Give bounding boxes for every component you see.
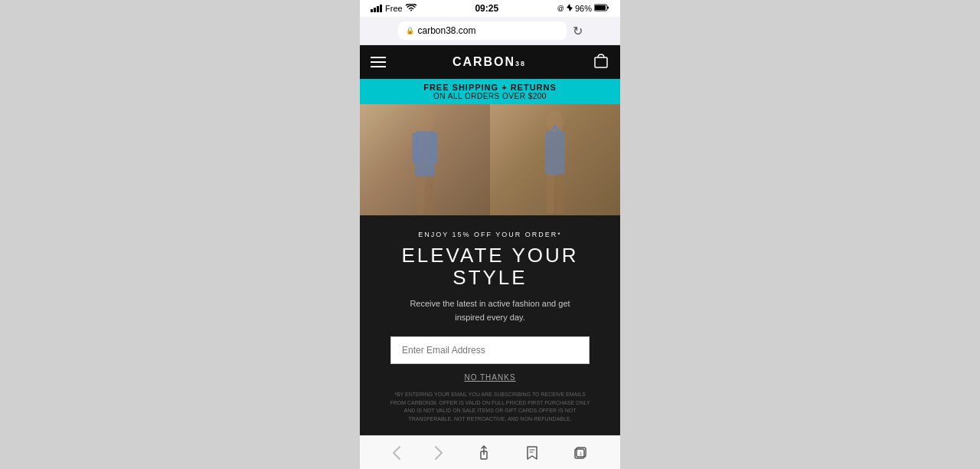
url-text: carbon38.com: [418, 25, 476, 36]
signal-bars-icon: [371, 5, 382, 12]
svg-rect-9: [426, 175, 433, 214]
url-bar-area: 🔒 carbon38.com ↻: [360, 17, 620, 45]
wifi-icon: [406, 4, 416, 13]
bottom-nav-bar: 1: [360, 435, 620, 469]
phone-frame: Free 09:25 @ 96%: [360, 0, 620, 469]
hamburger-menu-button[interactable]: [371, 57, 386, 67]
svg-rect-8: [416, 175, 424, 214]
signal-bar-4: [380, 5, 382, 12]
svg-rect-2: [595, 5, 606, 10]
carrier-label: Free: [385, 4, 403, 13]
model-silhouette-right: [528, 108, 582, 215]
location-icon: @: [557, 5, 564, 12]
bookmarks-button[interactable]: [524, 445, 540, 461]
svg-point-10: [547, 111, 564, 133]
svg-rect-11: [545, 131, 565, 175]
tagline-text: Receive the latest in active fashion and…: [398, 297, 582, 324]
modal-section: ENJOY 15% OFF YOUR ORDER* ELEVATE YOUR S…: [360, 215, 620, 435]
headline-line1: ELEVATE YOUR: [401, 244, 578, 267]
svg-rect-7: [432, 133, 438, 163]
hero-images: [360, 104, 620, 215]
nav-bar: CARBON38: [360, 45, 620, 79]
hamburger-line-3: [371, 66, 386, 67]
main-content: CARBON38 FREE SHIPPING + RETURNS ON ALL …: [360, 45, 620, 435]
lock-icon: 🔒: [406, 27, 414, 34]
battery-percent: 96%: [575, 4, 592, 13]
svg-text:1: 1: [580, 451, 583, 456]
promo-banner: FREE SHIPPING + RETURNS ON ALL ORDERS OV…: [360, 79, 620, 104]
signal-bar-3: [377, 6, 379, 12]
enjoy-text: ENJOY 15% OFF YOUR ORDER*: [418, 231, 562, 238]
promo-line1: FREE SHIPPING + RETURNS: [368, 83, 612, 92]
headline-title: ELEVATE YOUR STYLE: [401, 244, 578, 288]
forward-button[interactable]: [434, 445, 443, 461]
signal-bar-2: [374, 8, 376, 12]
svg-rect-13: [556, 174, 564, 214]
promo-line2: ON ALL ORDERS OVER $200: [368, 92, 612, 100]
svg-point-4: [416, 110, 434, 133]
url-bar[interactable]: 🔒 carbon38.com: [398, 21, 567, 40]
tabs-button[interactable]: 1: [573, 445, 588, 461]
hero-image-left: [360, 104, 490, 215]
status-right: @ 96%: [557, 4, 609, 13]
email-input[interactable]: [390, 336, 590, 364]
battery-icon: [594, 4, 609, 13]
svg-rect-3: [595, 57, 607, 67]
share-button[interactable]: [476, 445, 492, 461]
back-button[interactable]: [392, 445, 401, 461]
svg-rect-12: [547, 174, 554, 214]
svg-rect-6: [412, 133, 418, 163]
brand-logo[interactable]: CARBON38: [452, 55, 526, 69]
hamburger-line-2: [371, 61, 386, 63]
status-left: Free: [371, 4, 416, 13]
headline-line2: STYLE: [452, 266, 527, 289]
model-silhouette-left: [398, 108, 452, 215]
logo-main-text: CARBON: [452, 55, 515, 69]
time-display: 09:25: [475, 3, 498, 14]
no-thanks-button[interactable]: NO THANKS: [464, 373, 515, 382]
logo-sub-text: 38: [515, 60, 526, 67]
disclaimer-text: *BY ENTERING YOUR EMAIL YOU ARE SUBSCRIB…: [387, 391, 593, 423]
status-bar: Free 09:25 @ 96%: [360, 0, 620, 17]
hamburger-line-1: [371, 57, 386, 58]
hero-image-right: [490, 104, 620, 215]
svg-rect-1: [607, 7, 609, 9]
signal-bar-1: [371, 9, 373, 12]
gps-icon: [567, 4, 573, 13]
shopping-bag-icon[interactable]: [593, 52, 609, 73]
refresh-button[interactable]: ↻: [573, 24, 583, 38]
